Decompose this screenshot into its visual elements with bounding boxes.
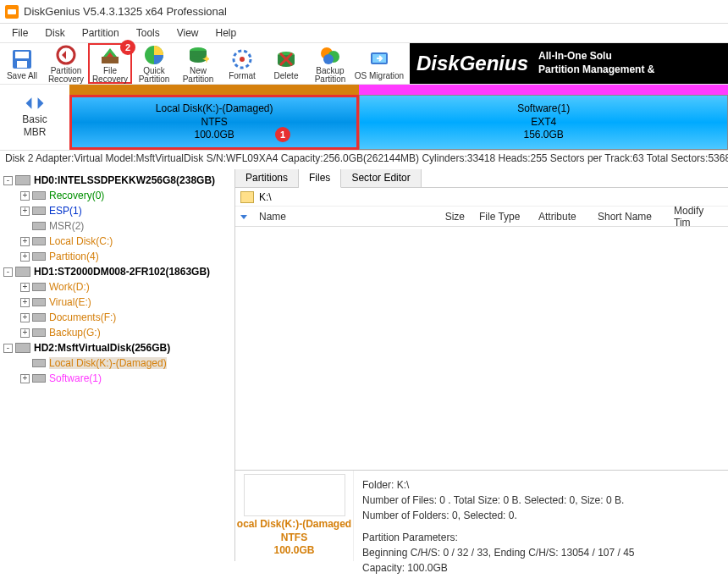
disk-icon	[32, 283, 46, 291]
tree-node-label: Recovery(0)	[49, 190, 104, 201]
partition-chart: Local Disk(K:)-(Damaged) NTFS 100.0GB 1 …	[69, 85, 728, 150]
new-partition-button[interactable]: ✦ New Partition	[176, 43, 220, 84]
col-modify-time[interactable]: Modify Tim	[667, 205, 728, 229]
titlebar: DiskGenius V5.4.3.1325 x64 Professional	[0, 0, 728, 24]
disk-nav: Basic MBR	[0, 85, 69, 150]
tree-node[interactable]: -HD1:ST2000DM008-2FR102(1863GB)	[0, 264, 234, 279]
save-all-button[interactable]: Save All	[0, 43, 44, 84]
partition-block-k[interactable]: Local Disk(K:)-(Damaged) NTFS 100.0GB 1	[69, 95, 359, 150]
col-size[interactable]: Size	[422, 211, 472, 223]
tree-expand-icon[interactable]: +	[20, 237, 30, 246]
tree-expand-icon[interactable]	[20, 359, 30, 368]
tree-node[interactable]: +Virual(E:)	[0, 295, 234, 310]
delete-icon	[273, 47, 299, 71]
menu-disk[interactable]: Disk	[36, 25, 73, 41]
tree-node[interactable]: -HD2:MsftVirtualDisk(256GB)	[0, 340, 234, 355]
tree-node[interactable]: +Local Disk(C:)	[0, 234, 234, 249]
badge-partition-1: 1	[275, 127, 290, 142]
tree-node[interactable]: +ESP(1)	[0, 203, 234, 218]
partition-recovery-icon	[53, 43, 79, 66]
tree-node[interactable]: +Partition(4)	[0, 249, 234, 264]
tree-expand-icon[interactable]: +	[20, 374, 30, 383]
tree-expand-icon[interactable]: -	[3, 344, 13, 353]
partition-block-software[interactable]: Software(1) EXT4 156.0GB	[359, 95, 728, 150]
disk-icon	[32, 359, 46, 367]
format-button[interactable]: Format	[220, 43, 264, 84]
tree-expand-icon[interactable]: -	[3, 267, 13, 277]
window-title: DiskGenius V5.4.3.1325 x64 Professional	[24, 5, 227, 18]
path-row: K:\	[235, 188, 728, 207]
backup-partition-icon	[317, 43, 343, 66]
svg-rect-0	[8, 9, 16, 14]
disk-icon	[32, 298, 46, 306]
backup-partition-button[interactable]: Backup Partition	[308, 43, 352, 84]
file-grid-header: Name Size File Type Attribute Short Name…	[235, 207, 728, 227]
menu-help[interactable]: Help	[207, 25, 245, 41]
tab-partitions[interactable]: Partitions	[235, 169, 299, 187]
next-disk-icon[interactable]	[36, 96, 46, 110]
tree-node-label: HD1:ST2000DM008-2FR102(1863GB)	[34, 266, 210, 278]
tab-files[interactable]: Files	[299, 169, 341, 188]
disk-icon	[15, 343, 30, 353]
prev-disk-icon[interactable]	[24, 96, 34, 110]
disk-chart-row: Basic MBR Local Disk(K:)-(Damaged) NTFS …	[0, 85, 728, 151]
partition-recovery-button[interactable]: Partition Recovery	[44, 43, 88, 84]
tree-expand-icon[interactable]	[20, 222, 30, 231]
tree-node[interactable]: MSR(2)	[0, 218, 234, 234]
tree-node-label: HD2:MsftVirtualDisk(256GB)	[34, 342, 170, 354]
tree-node-label: Local Disk(K:)-(Damaged)	[49, 357, 167, 369]
svg-point-14	[240, 57, 245, 62]
tree-expand-icon[interactable]: +	[20, 283, 30, 292]
disk-icon	[15, 175, 30, 185]
tree-node-label: Work(D:)	[49, 281, 90, 293]
svg-marker-26	[38, 97, 44, 109]
menu-view[interactable]: View	[168, 25, 207, 41]
tree-expand-icon[interactable]: +	[20, 191, 30, 201]
tree-expand-icon[interactable]: +	[20, 298, 30, 307]
tree-expand-icon[interactable]: +	[20, 328, 30, 338]
col-file-type[interactable]: File Type	[472, 211, 532, 223]
delete-button[interactable]: Delete	[264, 43, 308, 84]
tree-node[interactable]: +Documents(F:)	[0, 310, 234, 325]
file-recovery-icon	[97, 44, 123, 66]
os-migration-button[interactable]: OS Migration	[352, 43, 406, 84]
disk-icon	[15, 267, 30, 277]
menu-file[interactable]: File	[3, 25, 36, 41]
col-name[interactable]: Name	[252, 211, 422, 223]
brand-tagline-1: All-In-One Solu	[538, 50, 654, 63]
tree-node[interactable]: +Work(D:)	[0, 279, 234, 295]
tab-sector-editor[interactable]: Sector Editor	[341, 169, 421, 187]
disk-icon	[32, 191, 46, 200]
col-short-name[interactable]: Short Name	[591, 211, 667, 223]
tree-expand-icon[interactable]: +	[20, 313, 30, 322]
app-logo-icon	[5, 5, 19, 19]
tree-node-label: Local Disk(C:)	[49, 235, 113, 247]
disk-icon	[32, 222, 46, 230]
file-recovery-button[interactable]: File Recovery 2	[88, 43, 132, 84]
tree-node-label: Backup(G:)	[49, 327, 101, 339]
tree-expand-icon[interactable]: -	[3, 176, 13, 185]
menu-partition[interactable]: Partition	[74, 25, 128, 41]
toolbar: Save All Partition Recovery File Recover…	[0, 42, 728, 85]
disk-icon	[32, 252, 46, 261]
svg-marker-27	[240, 215, 247, 219]
svg-rect-2	[15, 52, 29, 58]
file-grid-body[interactable]	[235, 227, 728, 470]
tree-node[interactable]: -HD0:INTELSSDPEKKW256G8(238GB)	[0, 173, 234, 188]
sort-arrow-icon[interactable]	[235, 212, 252, 221]
disk-icon	[32, 207, 46, 215]
tree-node[interactable]: +Backup(G:)	[0, 325, 234, 340]
tree-node[interactable]: +Software(1)	[0, 371, 234, 386]
col-attribute[interactable]: Attribute	[532, 211, 591, 223]
tree-node[interactable]: +Recovery(0)	[0, 188, 234, 203]
tree-expand-icon[interactable]: +	[20, 252, 30, 262]
tree-node-label: ESP(1)	[49, 205, 82, 217]
tree-expand-icon[interactable]: +	[20, 207, 30, 216]
detail-info: Folder: K:\ Number of Files: 0 . Total S…	[354, 471, 728, 561]
tree-node[interactable]: Local Disk(K:)-(Damaged)	[0, 355, 234, 371]
format-icon	[229, 47, 255, 71]
tree-node-label: HD0:INTELSSDPEKKW256G8(238GB)	[34, 174, 215, 186]
tree-panel[interactable]: -HD0:INTELSSDPEKKW256G8(238GB)+Recovery(…	[0, 169, 235, 561]
menu-tools[interactable]: Tools	[128, 25, 168, 41]
quick-partition-button[interactable]: Quick Partition	[132, 43, 176, 84]
